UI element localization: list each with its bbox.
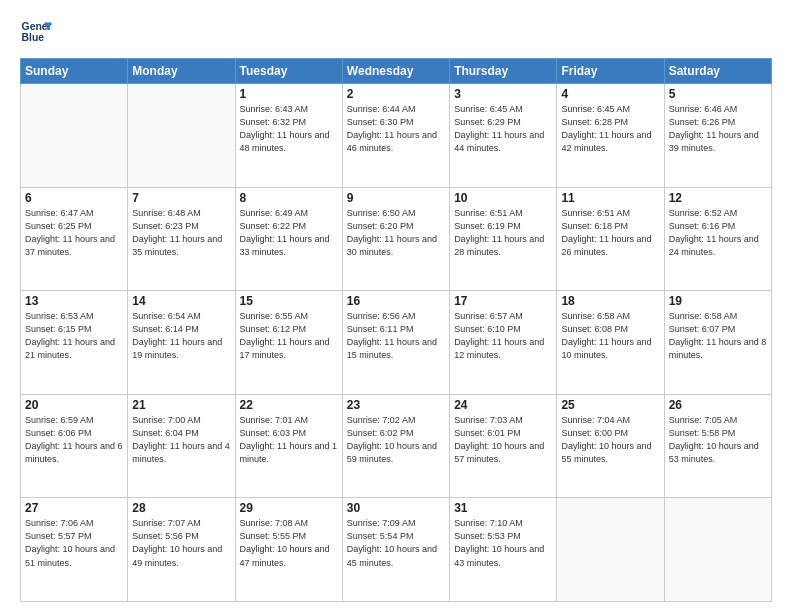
calendar-cell: 19Sunrise: 6:58 AMSunset: 6:07 PMDayligh…	[664, 291, 771, 395]
calendar-cell: 24Sunrise: 7:03 AMSunset: 6:01 PMDayligh…	[450, 394, 557, 498]
day-info: Sunrise: 7:10 AMSunset: 5:53 PMDaylight:…	[454, 517, 552, 569]
calendar-cell: 29Sunrise: 7:08 AMSunset: 5:55 PMDayligh…	[235, 498, 342, 602]
day-info: Sunrise: 7:07 AMSunset: 5:56 PMDaylight:…	[132, 517, 230, 569]
day-number: 23	[347, 398, 445, 412]
day-info: Sunrise: 6:46 AMSunset: 6:26 PMDaylight:…	[669, 103, 767, 155]
weekday-header-wednesday: Wednesday	[342, 59, 449, 84]
day-number: 7	[132, 191, 230, 205]
calendar-cell: 10Sunrise: 6:51 AMSunset: 6:19 PMDayligh…	[450, 187, 557, 291]
calendar-cell: 15Sunrise: 6:55 AMSunset: 6:12 PMDayligh…	[235, 291, 342, 395]
day-number: 31	[454, 501, 552, 515]
calendar-cell: 23Sunrise: 7:02 AMSunset: 6:02 PMDayligh…	[342, 394, 449, 498]
calendar-cell	[128, 84, 235, 188]
calendar-cell: 30Sunrise: 7:09 AMSunset: 5:54 PMDayligh…	[342, 498, 449, 602]
day-info: Sunrise: 6:45 AMSunset: 6:29 PMDaylight:…	[454, 103, 552, 155]
calendar-cell: 25Sunrise: 7:04 AMSunset: 6:00 PMDayligh…	[557, 394, 664, 498]
day-info: Sunrise: 7:02 AMSunset: 6:02 PMDaylight:…	[347, 414, 445, 466]
calendar-week-1: 1Sunrise: 6:43 AMSunset: 6:32 PMDaylight…	[21, 84, 772, 188]
weekday-header-monday: Monday	[128, 59, 235, 84]
day-number: 19	[669, 294, 767, 308]
day-info: Sunrise: 6:51 AMSunset: 6:19 PMDaylight:…	[454, 207, 552, 259]
day-info: Sunrise: 6:59 AMSunset: 6:06 PMDaylight:…	[25, 414, 123, 466]
weekday-header-row: SundayMondayTuesdayWednesdayThursdayFrid…	[21, 59, 772, 84]
calendar-cell: 1Sunrise: 6:43 AMSunset: 6:32 PMDaylight…	[235, 84, 342, 188]
day-info: Sunrise: 6:47 AMSunset: 6:25 PMDaylight:…	[25, 207, 123, 259]
calendar-cell: 14Sunrise: 6:54 AMSunset: 6:14 PMDayligh…	[128, 291, 235, 395]
day-number: 20	[25, 398, 123, 412]
calendar-cell: 12Sunrise: 6:52 AMSunset: 6:16 PMDayligh…	[664, 187, 771, 291]
day-info: Sunrise: 7:03 AMSunset: 6:01 PMDaylight:…	[454, 414, 552, 466]
day-number: 3	[454, 87, 552, 101]
calendar-cell: 22Sunrise: 7:01 AMSunset: 6:03 PMDayligh…	[235, 394, 342, 498]
day-info: Sunrise: 6:48 AMSunset: 6:23 PMDaylight:…	[132, 207, 230, 259]
day-info: Sunrise: 7:05 AMSunset: 5:58 PMDaylight:…	[669, 414, 767, 466]
day-number: 25	[561, 398, 659, 412]
calendar-cell: 20Sunrise: 6:59 AMSunset: 6:06 PMDayligh…	[21, 394, 128, 498]
calendar-cell	[557, 498, 664, 602]
page: General Blue SundayMondayTuesdayWednesda…	[0, 0, 792, 612]
day-info: Sunrise: 6:45 AMSunset: 6:28 PMDaylight:…	[561, 103, 659, 155]
day-number: 21	[132, 398, 230, 412]
calendar-cell: 11Sunrise: 6:51 AMSunset: 6:18 PMDayligh…	[557, 187, 664, 291]
day-info: Sunrise: 6:58 AMSunset: 6:07 PMDaylight:…	[669, 310, 767, 362]
day-number: 2	[347, 87, 445, 101]
calendar-week-4: 20Sunrise: 6:59 AMSunset: 6:06 PMDayligh…	[21, 394, 772, 498]
calendar-cell	[664, 498, 771, 602]
day-info: Sunrise: 6:52 AMSunset: 6:16 PMDaylight:…	[669, 207, 767, 259]
calendar-cell: 5Sunrise: 6:46 AMSunset: 6:26 PMDaylight…	[664, 84, 771, 188]
day-info: Sunrise: 6:44 AMSunset: 6:30 PMDaylight:…	[347, 103, 445, 155]
day-number: 15	[240, 294, 338, 308]
day-number: 12	[669, 191, 767, 205]
calendar-cell: 7Sunrise: 6:48 AMSunset: 6:23 PMDaylight…	[128, 187, 235, 291]
day-number: 26	[669, 398, 767, 412]
weekday-header-saturday: Saturday	[664, 59, 771, 84]
day-info: Sunrise: 6:43 AMSunset: 6:32 PMDaylight:…	[240, 103, 338, 155]
day-number: 27	[25, 501, 123, 515]
day-number: 6	[25, 191, 123, 205]
calendar-cell: 17Sunrise: 6:57 AMSunset: 6:10 PMDayligh…	[450, 291, 557, 395]
calendar-week-5: 27Sunrise: 7:06 AMSunset: 5:57 PMDayligh…	[21, 498, 772, 602]
day-info: Sunrise: 6:56 AMSunset: 6:11 PMDaylight:…	[347, 310, 445, 362]
svg-text:Blue: Blue	[22, 32, 45, 43]
day-number: 16	[347, 294, 445, 308]
day-number: 30	[347, 501, 445, 515]
calendar-week-2: 6Sunrise: 6:47 AMSunset: 6:25 PMDaylight…	[21, 187, 772, 291]
day-info: Sunrise: 6:58 AMSunset: 6:08 PMDaylight:…	[561, 310, 659, 362]
header: General Blue	[20, 16, 772, 48]
day-number: 29	[240, 501, 338, 515]
day-number: 14	[132, 294, 230, 308]
calendar-cell: 21Sunrise: 7:00 AMSunset: 6:04 PMDayligh…	[128, 394, 235, 498]
day-number: 1	[240, 87, 338, 101]
day-info: Sunrise: 6:50 AMSunset: 6:20 PMDaylight:…	[347, 207, 445, 259]
calendar-cell: 28Sunrise: 7:07 AMSunset: 5:56 PMDayligh…	[128, 498, 235, 602]
calendar-cell: 16Sunrise: 6:56 AMSunset: 6:11 PMDayligh…	[342, 291, 449, 395]
day-number: 18	[561, 294, 659, 308]
weekday-header-sunday: Sunday	[21, 59, 128, 84]
calendar-table: SundayMondayTuesdayWednesdayThursdayFrid…	[20, 58, 772, 602]
calendar-cell: 26Sunrise: 7:05 AMSunset: 5:58 PMDayligh…	[664, 394, 771, 498]
day-number: 8	[240, 191, 338, 205]
calendar-cell: 4Sunrise: 6:45 AMSunset: 6:28 PMDaylight…	[557, 84, 664, 188]
day-info: Sunrise: 6:55 AMSunset: 6:12 PMDaylight:…	[240, 310, 338, 362]
day-number: 11	[561, 191, 659, 205]
day-number: 28	[132, 501, 230, 515]
day-number: 22	[240, 398, 338, 412]
day-info: Sunrise: 7:00 AMSunset: 6:04 PMDaylight:…	[132, 414, 230, 466]
calendar-cell	[21, 84, 128, 188]
calendar-cell: 18Sunrise: 6:58 AMSunset: 6:08 PMDayligh…	[557, 291, 664, 395]
day-number: 5	[669, 87, 767, 101]
calendar-week-3: 13Sunrise: 6:53 AMSunset: 6:15 PMDayligh…	[21, 291, 772, 395]
day-number: 4	[561, 87, 659, 101]
day-info: Sunrise: 6:57 AMSunset: 6:10 PMDaylight:…	[454, 310, 552, 362]
day-number: 24	[454, 398, 552, 412]
day-info: Sunrise: 7:09 AMSunset: 5:54 PMDaylight:…	[347, 517, 445, 569]
calendar-cell: 6Sunrise: 6:47 AMSunset: 6:25 PMDaylight…	[21, 187, 128, 291]
day-info: Sunrise: 7:01 AMSunset: 6:03 PMDaylight:…	[240, 414, 338, 466]
calendar-cell: 9Sunrise: 6:50 AMSunset: 6:20 PMDaylight…	[342, 187, 449, 291]
logo: General Blue	[20, 16, 52, 48]
day-info: Sunrise: 7:06 AMSunset: 5:57 PMDaylight:…	[25, 517, 123, 569]
day-number: 13	[25, 294, 123, 308]
day-info: Sunrise: 6:54 AMSunset: 6:14 PMDaylight:…	[132, 310, 230, 362]
weekday-header-friday: Friday	[557, 59, 664, 84]
calendar-cell: 13Sunrise: 6:53 AMSunset: 6:15 PMDayligh…	[21, 291, 128, 395]
